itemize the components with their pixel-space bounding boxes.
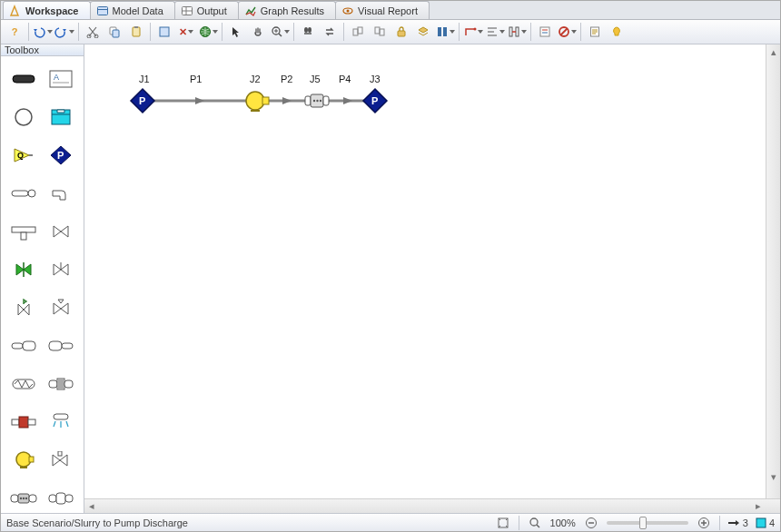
group-button-1[interactable] xyxy=(348,22,368,42)
palette-area-change-2[interactable] xyxy=(44,329,79,363)
palette-screen[interactable] xyxy=(44,367,79,401)
pan-tool[interactable] xyxy=(248,22,268,42)
palette-assigned-flow[interactable]: Q xyxy=(6,138,41,172)
svg-text:Q: Q xyxy=(17,151,24,160)
palette-general-2[interactable] xyxy=(44,481,79,516)
svg-rect-36 xyxy=(540,27,549,36)
palette-tee[interactable] xyxy=(6,214,41,249)
svg-point-97 xyxy=(316,100,318,102)
svg-point-81 xyxy=(23,498,25,499)
junction-count: 4 xyxy=(756,517,775,528)
swap-button[interactable] xyxy=(320,22,340,42)
distribute-button[interactable] xyxy=(507,22,527,42)
output-icon xyxy=(181,5,193,17)
svg-rect-34 xyxy=(516,27,519,36)
palette-check-valve[interactable] xyxy=(6,252,41,287)
modeldata-icon xyxy=(96,5,109,17)
palette-spray[interactable] xyxy=(44,405,79,439)
label-P1: P1 xyxy=(190,74,202,84)
scroll-right-icon[interactable]: ▸ xyxy=(751,499,766,514)
redo-button[interactable] xyxy=(54,22,74,42)
palette-heat-exchanger[interactable] xyxy=(6,367,41,401)
palette-valve-3[interactable] xyxy=(44,443,79,478)
svg-rect-28 xyxy=(443,27,447,36)
zoom-reset-button[interactable] xyxy=(527,515,543,531)
svg-point-80 xyxy=(20,498,22,499)
node-J2[interactable] xyxy=(246,92,269,111)
help-icon[interactable]: ? xyxy=(5,22,25,42)
svg-rect-13 xyxy=(160,27,169,36)
scroll-left-icon[interactable]: ◂ xyxy=(84,499,99,514)
cut-button[interactable] xyxy=(83,22,103,42)
units-button[interactable] xyxy=(435,22,455,42)
group-button-2[interactable] xyxy=(370,22,390,42)
palette-reservoir-open[interactable] xyxy=(6,100,41,134)
fit-view-button[interactable] xyxy=(495,515,511,531)
svg-rect-99 xyxy=(323,96,329,105)
route-button[interactable] xyxy=(463,22,483,42)
tab-model-data-label: Model Data xyxy=(113,5,163,16)
idea-button[interactable] xyxy=(607,22,627,42)
globe-button[interactable] xyxy=(198,22,218,42)
zoom-slider[interactable] xyxy=(607,521,688,525)
tab-visual-report[interactable]: Visual Report xyxy=(335,1,430,19)
scroll-up-icon[interactable]: ▴ xyxy=(766,44,780,59)
delete-button[interactable]: ✕ xyxy=(176,22,196,42)
palette-pipe[interactable] xyxy=(6,62,41,96)
pointer-tool[interactable] xyxy=(226,22,246,42)
svg-point-29 xyxy=(473,28,476,31)
palette-relief-valve[interactable] xyxy=(6,291,41,325)
copy-button[interactable] xyxy=(104,22,124,42)
svg-rect-12 xyxy=(134,26,138,28)
palette-control-valve[interactable] xyxy=(44,291,79,325)
palette-general-1[interactable] xyxy=(6,481,41,516)
svg-rect-84 xyxy=(49,495,56,502)
lock-button[interactable] xyxy=(391,22,411,42)
palette-area-change-1[interactable] xyxy=(6,329,41,363)
svg-line-40 xyxy=(560,29,567,35)
palette-elbow[interactable] xyxy=(44,176,79,211)
palette-branch[interactable] xyxy=(6,176,41,211)
zoom-out-button[interactable] xyxy=(583,515,599,531)
pipe-count: 3 xyxy=(727,517,748,528)
zoom-tool[interactable] xyxy=(270,22,290,42)
find-button[interactable] xyxy=(298,22,318,42)
svg-point-82 xyxy=(25,498,27,499)
undo-button[interactable] xyxy=(33,22,53,42)
align-button[interactable] xyxy=(485,22,505,42)
palette-pump-red[interactable] xyxy=(6,405,41,439)
svg-rect-73 xyxy=(54,414,68,419)
node-J3[interactable]: P xyxy=(363,89,387,113)
palette-reservoir-closed[interactable] xyxy=(44,100,79,134)
label-J1: J1 xyxy=(139,74,150,84)
deny-button[interactable] xyxy=(557,22,577,42)
report-button[interactable] xyxy=(585,22,605,42)
status-scenario: Base Scenario/Slurry to Pump Discharge xyxy=(6,517,188,528)
svg-point-98 xyxy=(320,100,321,102)
node-J5[interactable] xyxy=(305,94,329,107)
svg-point-20 xyxy=(308,27,311,33)
workspace-canvas[interactable]: P P xyxy=(84,44,780,498)
tab-model-data[interactable]: Model Data xyxy=(90,1,175,19)
horizontal-scrollbar[interactable]: ◂ ▸ xyxy=(84,498,780,513)
palette-valve-1[interactable] xyxy=(44,214,79,249)
svg-point-102 xyxy=(530,518,538,526)
tab-output-label: Output xyxy=(197,5,227,16)
zoom-in-button[interactable] xyxy=(696,515,712,531)
tab-workspace[interactable]: Workspace xyxy=(3,1,91,19)
tab-output[interactable]: Output xyxy=(174,1,239,19)
palette-valve-2[interactable] xyxy=(44,252,79,287)
scroll-down-icon[interactable]: ▾ xyxy=(766,469,780,484)
node-J1[interactable]: P xyxy=(131,89,154,113)
select-rect-button[interactable] xyxy=(154,22,174,42)
paste-button[interactable] xyxy=(126,22,146,42)
vertical-scrollbar[interactable]: ▴ ▾ xyxy=(766,44,780,498)
palette-annotation[interactable]: A xyxy=(44,62,79,96)
properties-button[interactable] xyxy=(535,22,555,42)
svg-rect-25 xyxy=(380,29,384,35)
palette-assigned-pressure[interactable]: P xyxy=(44,138,79,172)
tab-graph-results[interactable]: Graph Results xyxy=(238,1,336,19)
svg-rect-0 xyxy=(97,6,107,15)
layers-button[interactable] xyxy=(413,22,433,42)
palette-pump-yellow[interactable] xyxy=(6,443,41,478)
